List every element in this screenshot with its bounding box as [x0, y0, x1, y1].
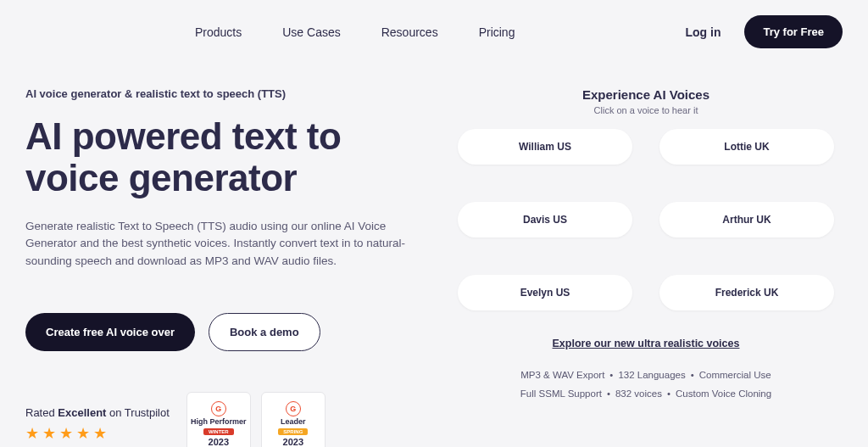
- voice-evelyn-us[interactable]: Evelyn US: [458, 275, 632, 310]
- g2-badge-leader: G Leader SPRING 2023: [261, 392, 326, 447]
- trust-text: Rated Excellent on Trustpilot: [25, 406, 170, 419]
- voices-title: Experience AI Voices: [449, 87, 843, 102]
- explore-voices-link[interactable]: Explore our new ultra realistic voices: [553, 338, 740, 349]
- star-icon: ★: [93, 424, 107, 443]
- nav-products[interactable]: Products: [195, 25, 242, 39]
- g2-logo-icon: G: [211, 401, 226, 416]
- voice-davis-us[interactable]: Davis US: [458, 202, 632, 237]
- trust-strong: Excellent: [58, 406, 106, 419]
- voice-frederick-uk[interactable]: Frederick UK: [659, 275, 834, 310]
- nav-right: Log in Try for Free: [685, 15, 843, 48]
- nav-use-cases[interactable]: Use Cases: [282, 25, 340, 39]
- feature-item: Commercial Use: [699, 370, 771, 380]
- feature-item: MP3 & WAV Export: [520, 370, 604, 380]
- badge-season: WINTER: [203, 428, 234, 435]
- badge-season: SPRING: [278, 428, 308, 435]
- feature-item: Custom Voice Cloning: [676, 388, 771, 399]
- features-line-1: MP3 & WAV Export•132 Languages•Commercia…: [449, 366, 843, 385]
- hero-description: Generate realistic Text to Speech (TTS) …: [25, 218, 415, 271]
- top-nav: Products Use Cases Resources Pricing Log…: [0, 0, 868, 64]
- badge-label: Leader: [281, 418, 306, 427]
- badge-year: 2023: [209, 437, 229, 447]
- star-icon: ★: [59, 424, 73, 443]
- voice-william-us[interactable]: William US: [458, 129, 632, 165]
- badge-label: High Performer: [191, 418, 247, 427]
- create-voiceover-button[interactable]: Create free AI voice over: [25, 313, 195, 351]
- g2-badges: G High Performer WINTER 2023 G Leader SP…: [186, 392, 326, 447]
- features-list: MP3 & WAV Export•132 Languages•Commercia…: [449, 366, 843, 404]
- nav-links: Products Use Cases Resources Pricing: [195, 25, 515, 39]
- cta-row: Create free AI voice over Book a demo: [25, 313, 424, 351]
- voice-grid: William US Lottie UK Davis US Arthur UK …: [449, 129, 843, 327]
- star-icon: ★: [25, 424, 39, 443]
- trust-prefix: Rated: [25, 406, 58, 419]
- voice-arthur-uk[interactable]: Arthur UK: [659, 202, 834, 237]
- trust-row: Rated Excellent on Trustpilot ★ ★ ★ ★ ★ …: [25, 392, 424, 447]
- try-free-button[interactable]: Try for Free: [744, 15, 843, 48]
- hero-tagline: AI voice generator & realistic text to s…: [25, 87, 424, 100]
- badge-year: 2023: [283, 437, 303, 447]
- star-icon: ★: [42, 424, 56, 443]
- voices-section: Experience AI Voices Click on a voice to…: [449, 87, 843, 447]
- voice-lottie-uk[interactable]: Lottie UK: [659, 129, 834, 165]
- nav-pricing[interactable]: Pricing: [479, 25, 515, 39]
- star-icon: ★: [76, 424, 90, 443]
- hero-section: AI voice generator & realistic text to s…: [25, 87, 424, 447]
- trust-suffix: on Trustpilot: [106, 406, 169, 419]
- star-rating: ★ ★ ★ ★ ★: [25, 424, 170, 443]
- g2-badge-high-performer: G High Performer WINTER 2023: [186, 392, 251, 447]
- trustpilot-rating: Rated Excellent on Trustpilot ★ ★ ★ ★ ★: [25, 406, 170, 443]
- login-link[interactable]: Log in: [685, 25, 721, 39]
- nav-resources[interactable]: Resources: [381, 25, 438, 39]
- feature-item: 132 Languages: [618, 370, 685, 380]
- voices-subtitle: Click on a voice to hear it: [449, 105, 843, 115]
- main-content: AI voice generator & realistic text to s…: [0, 64, 868, 447]
- book-demo-button[interactable]: Book a demo: [209, 313, 320, 351]
- hero-title: AI powered text to voice generator: [25, 115, 424, 199]
- feature-item: 832 voices: [615, 388, 662, 399]
- g2-logo-icon: G: [286, 401, 301, 416]
- feature-item: Full SSML Support: [520, 388, 602, 399]
- features-line-2: Full SSML Support•832 voices•Custom Voic…: [449, 385, 843, 404]
